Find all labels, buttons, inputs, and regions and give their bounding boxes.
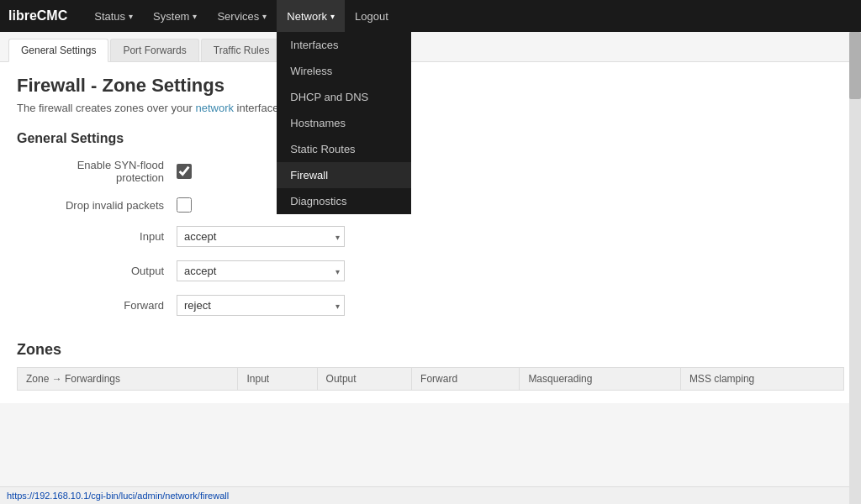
tab-traffic-rules[interactable]: Traffic Rules xyxy=(201,39,283,61)
dropdown-item-diagnostics[interactable]: Diagnostics xyxy=(277,188,411,214)
output-select-wrapper: accept reject drop ▾ xyxy=(177,260,345,281)
nav-item-status: Status ▾ xyxy=(84,0,143,32)
chevron-down-icon: ▾ xyxy=(129,12,133,21)
dropdown-item-hostnames[interactable]: Hostnames xyxy=(277,110,411,136)
nav-item-services: Services ▾ xyxy=(207,0,277,32)
output-select-container: accept reject drop ▾ xyxy=(177,260,345,281)
input-select[interactable]: accept reject drop xyxy=(177,226,345,247)
drop-invalid-row: Drop invalid packets xyxy=(17,197,844,213)
forward-select-container: accept reject drop ▾ xyxy=(177,295,345,316)
chevron-down-icon: ▾ xyxy=(262,12,267,21)
tab-port-forwards[interactable]: Port Forwards xyxy=(110,39,198,61)
page-description: The firewall creates zones over your net… xyxy=(17,102,844,114)
nav-item-logout: Logout xyxy=(345,0,399,32)
tab-general-settings[interactable]: General Settings xyxy=(8,39,108,62)
col-input: Input xyxy=(238,368,317,391)
main-content: General Settings Port Forwards Traffic R… xyxy=(0,32,861,403)
nav-link-status[interactable]: Status ▾ xyxy=(84,0,143,32)
chevron-down-icon: ▾ xyxy=(193,12,197,21)
col-mss-clamping: MSS clamping xyxy=(680,368,843,391)
col-output: Output xyxy=(317,368,412,391)
page-title: Firewall - Zone Settings xyxy=(17,75,844,97)
output-select[interactable]: accept reject drop xyxy=(177,260,345,281)
col-zone-forwardings: Zone → Forwardings xyxy=(18,368,238,391)
forward-label: Forward xyxy=(42,299,177,312)
brand: libreCMC xyxy=(8,8,67,24)
drop-invalid-checkbox[interactable] xyxy=(177,197,192,213)
page-body: Firewall - Zone Settings The firewall cr… xyxy=(0,62,861,403)
nav-link-system[interactable]: System ▾ xyxy=(143,0,207,32)
input-label: Input xyxy=(42,230,177,243)
dropdown-item-interfaces[interactable]: Interfaces xyxy=(277,32,411,58)
dropdown-item-static-routes[interactable]: Static Routes xyxy=(277,136,411,162)
forward-row: Forward accept reject drop ▾ xyxy=(17,295,844,316)
dropdown-item-dhcp-dns[interactable]: DHCP and DNS xyxy=(277,84,411,110)
scrollbar[interactable] xyxy=(849,0,861,403)
dropdown-item-wireless[interactable]: Wireless xyxy=(277,58,411,84)
col-masquerading: Masquerading xyxy=(520,368,681,391)
forward-select[interactable]: accept reject drop xyxy=(177,295,345,316)
forward-select-wrapper: accept reject drop ▾ xyxy=(177,295,345,316)
dropdown-item-firewall[interactable]: Firewall xyxy=(277,162,411,188)
zones-table: Zone → Forwardings Input Output Forward … xyxy=(17,367,844,391)
network-dropdown: Interfaces Wireless DHCP and DNS Hostnam… xyxy=(277,32,411,214)
zones-table-header: Zone → Forwardings Input Output Forward … xyxy=(18,368,844,391)
nav-item-network: Network ▾ Interfaces Wireless DHCP and D… xyxy=(277,0,345,32)
drop-invalid-input xyxy=(177,197,192,213)
general-settings-header: General Settings xyxy=(17,131,844,146)
nav-menu: Status ▾ System ▾ Services ▾ Network ▾ I… xyxy=(84,0,399,32)
chevron-down-icon: ▾ xyxy=(330,12,335,21)
input-select-wrapper: accept reject drop ▾ xyxy=(177,226,345,247)
syn-flood-input xyxy=(177,164,192,179)
output-label: Output xyxy=(42,265,177,277)
nav-link-services[interactable]: Services ▾ xyxy=(207,0,277,32)
syn-flood-row: Enable SYN-flood protection xyxy=(17,159,844,184)
nav-item-system: System ▾ xyxy=(143,0,207,32)
navbar: libreCMC Status ▾ System ▾ Services ▾ Ne… xyxy=(0,0,861,32)
nav-link-network[interactable]: Network ▾ xyxy=(277,0,345,32)
nav-link-logout[interactable]: Logout xyxy=(345,0,399,32)
zones-section: Zones Zone → Forwardings Input Output Fo… xyxy=(17,341,844,391)
syn-flood-label: Enable SYN-flood protection xyxy=(42,159,177,184)
zones-title: Zones xyxy=(17,341,844,359)
input-select-container: accept reject drop ▾ xyxy=(177,226,345,247)
scrollbar-thumb[interactable] xyxy=(849,32,861,99)
input-row: Input accept reject drop ▾ xyxy=(17,226,844,247)
tabs-bar: General Settings Port Forwards Traffic R… xyxy=(0,32,861,62)
network-link[interactable]: network xyxy=(195,102,234,114)
syn-flood-checkbox[interactable] xyxy=(177,164,192,179)
output-row: Output accept reject drop ▾ xyxy=(17,260,844,281)
col-forward: Forward xyxy=(412,368,520,391)
drop-invalid-label: Drop invalid packets xyxy=(42,199,177,212)
